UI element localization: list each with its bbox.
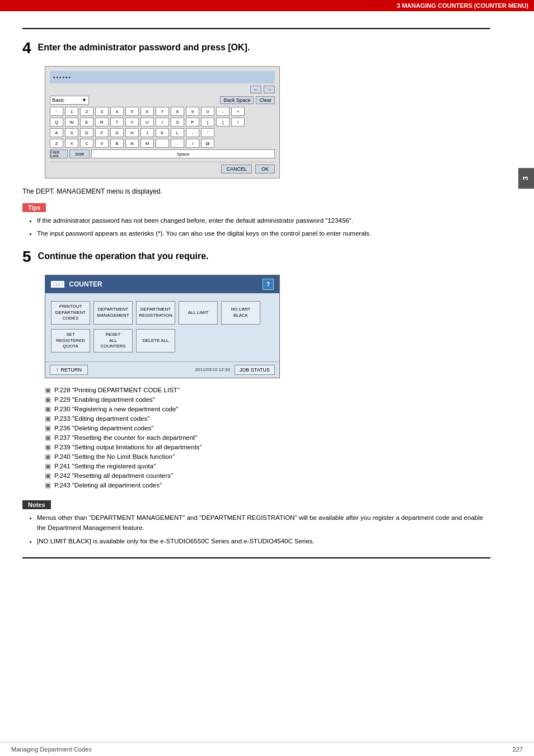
counter-btn-reset-all[interactable]: RESETALLCOUNTERS: [93, 329, 133, 353]
kb-key-e[interactable]: E: [80, 118, 93, 126]
kb-key-r[interactable]: R: [95, 118, 109, 126]
job-status-btn[interactable]: JOB STATUS: [235, 365, 275, 375]
kb-key-plus[interactable]: +: [231, 107, 245, 116]
ref-link-1[interactable]: ▣ P.229 "Enabling department codes": [45, 396, 490, 403]
kb-cancel-btn[interactable]: CANCEL: [221, 165, 252, 173]
kb-key-j[interactable]: J: [140, 128, 154, 137]
ref-link-3[interactable]: ▣ P.233 "Editing department codes": [45, 415, 490, 422]
counter-btn-dept-reg[interactable]: DEPARTMENTREGISTRATION: [136, 301, 175, 325]
ref-icon-3: ▣: [45, 415, 51, 422]
kb-key-tick[interactable]: ': [50, 107, 63, 116]
kb-key-c[interactable]: C: [80, 139, 93, 148]
ref-text-3: P.233 "Editing department codes": [54, 415, 149, 422]
kb-key-semicolon[interactable]: ;: [186, 128, 199, 137]
kb-key-w[interactable]: W: [65, 118, 78, 126]
ref-link-10[interactable]: ▣ P.243 "Deleting all department codes": [45, 481, 490, 489]
ref-link-4[interactable]: ▣ P.236 "Deleting department codes": [45, 424, 490, 432]
kb-key-9[interactable]: 9: [186, 107, 199, 116]
kb-key-d[interactable]: D: [80, 128, 93, 137]
kb-key-4[interactable]: 4: [110, 107, 124, 116]
kb-key-z[interactable]: Z: [50, 139, 63, 148]
kb-key-slash[interactable]: /: [186, 139, 199, 148]
kb-key-5[interactable]: 5: [125, 107, 139, 116]
kb-left-arrow[interactable]: ←: [250, 86, 261, 93]
ref-link-8[interactable]: ▣ P.241 "Setting the registered quota": [45, 462, 490, 470]
kb-key-q[interactable]: Q: [50, 118, 63, 126]
kb-key-dot[interactable]: .: [156, 139, 169, 148]
step4-heading: 4 Enter the administrator password and p…: [22, 40, 490, 56]
ref-text-5: P.237 "Resetting the counter for each de…: [54, 434, 197, 441]
kb-key-s[interactable]: S: [65, 128, 78, 137]
kb-key-o[interactable]: O: [171, 118, 184, 126]
kb-backspace-btn[interactable]: Back Space: [220, 96, 254, 104]
kb-key-0[interactable]: 0: [201, 107, 214, 116]
kb-key-t[interactable]: T: [110, 118, 124, 126]
kb-key-backslash[interactable]: \: [231, 118, 245, 126]
counter-header: □□□ COUNTER ?: [45, 275, 279, 293]
kb-key-i[interactable]: I: [156, 118, 169, 126]
ref-link-2[interactable]: ▣ P.230 "Registering a new department co…: [45, 405, 490, 413]
kb-key-l[interactable]: L: [171, 128, 184, 137]
tips-item-1: If the administrator password has not be…: [37, 215, 490, 226]
kb-key-h[interactable]: H: [125, 128, 139, 137]
kb-space[interactable]: Space: [91, 149, 275, 158]
kb-key-2[interactable]: 2: [80, 107, 93, 116]
ref-link-9[interactable]: ▣ P.242 "Resetting all department counte…: [45, 472, 490, 480]
kb-key-lbracket[interactable]: [: [201, 118, 214, 126]
ref-icon-2: ▣: [45, 405, 51, 413]
counter-btn-no-limit-black[interactable]: NO LIMITBLACK: [221, 301, 260, 325]
kb-key-u[interactable]: U: [140, 118, 154, 126]
kb-key-y[interactable]: Y: [125, 118, 139, 126]
counter-btn-set-quota[interactable]: SETREGISTEREDQUOTA: [51, 329, 90, 353]
ref-link-0[interactable]: ▣ P.228 "Printing DEPARTMENT CODE LIST": [45, 386, 490, 394]
ref-link-5[interactable]: ▣ P.237 "Resetting the counter for each …: [45, 434, 490, 442]
kb-shift[interactable]: Shift: [69, 149, 90, 158]
kb-key-p[interactable]: P: [186, 118, 199, 126]
kb-key-rbracket[interactable]: ]: [216, 118, 229, 126]
kb-key-at[interactable]: @: [201, 139, 214, 148]
kb-key-7[interactable]: 7: [156, 107, 169, 116]
kb-key-x[interactable]: X: [65, 139, 78, 148]
counter-return-btn[interactable]: ↑ RETURN: [50, 365, 88, 375]
ref-link-7[interactable]: ▣ P.240 "Setting the No Limit Black func…: [45, 453, 490, 461]
ref-icon-4: ▣: [45, 424, 51, 432]
notes-box: Notes Menus other than "DEPARTMENT MANAG…: [22, 499, 490, 546]
kb-right-arrow[interactable]: →: [264, 86, 275, 93]
kb-key-n[interactable]: N: [125, 139, 139, 148]
counter-btn-dept-mgmt[interactable]: DEPARTMENTMANAGEMENT: [93, 301, 133, 325]
kb-key-a[interactable]: A: [50, 128, 63, 137]
kb-key-b[interactable]: B: [110, 139, 124, 148]
ref-icon-0: ▣: [45, 386, 51, 394]
kb-password-dots: ••••••: [53, 74, 72, 81]
counter-help-btn[interactable]: ?: [263, 279, 274, 290]
kb-layout-select[interactable]: Basic ▼: [50, 96, 89, 105]
tips-item-2: The input password appears as asterisks …: [37, 228, 490, 238]
kb-key-m[interactable]: M: [140, 139, 154, 148]
ref-link-6[interactable]: ▣ P.239 "Setting output limitations for …: [45, 443, 490, 451]
kb-key-comma[interactable]: ,: [171, 139, 184, 148]
ref-text-1: P.229 "Enabling department codes": [54, 396, 155, 403]
kb-key-6[interactable]: 6: [140, 107, 154, 116]
kb-ok-btn[interactable]: OK: [255, 165, 275, 173]
counter-btn-printout[interactable]: PRINTOUTDEPARTMENTCODES: [51, 301, 90, 325]
counter-btn-all-limit[interactable]: ALL LIMIT: [179, 301, 218, 325]
kb-key-1[interactable]: 1: [65, 107, 78, 116]
kb-key-f[interactable]: F: [95, 128, 109, 137]
kb-key-quote[interactable]: ': [201, 128, 214, 137]
kb-row-zxcv: Z X C V B N M . , / @: [50, 139, 275, 148]
kb-key-v[interactable]: V: [95, 139, 109, 148]
kb-key-k[interactable]: K: [156, 128, 169, 137]
kb-caps-lock[interactable]: Caps Lock: [50, 149, 68, 158]
return-label: RETURN: [61, 367, 82, 373]
footer-left: Managing Department Codes: [11, 746, 92, 753]
kb-key-3[interactable]: 3: [95, 107, 109, 116]
ref-icon-5: ▣: [45, 434, 51, 442]
counter-ui: □□□ COUNTER ? PRINTOUTDEPARTMENTCODES DE…: [45, 275, 280, 378]
ref-text-0: P.228 "Printing DEPARTMENT CODE LIST": [54, 387, 180, 393]
kb-key-minus[interactable]: -: [216, 107, 229, 116]
kb-clear-btn[interactable]: Clear: [256, 96, 275, 104]
counter-btn-delete-all[interactable]: DELETE ALL: [136, 329, 175, 353]
kb-row-qwerty: Q W E R T Y U I O P [ ] \: [50, 118, 275, 126]
kb-key-8[interactable]: 8: [171, 107, 184, 116]
kb-key-g[interactable]: G: [110, 128, 124, 137]
